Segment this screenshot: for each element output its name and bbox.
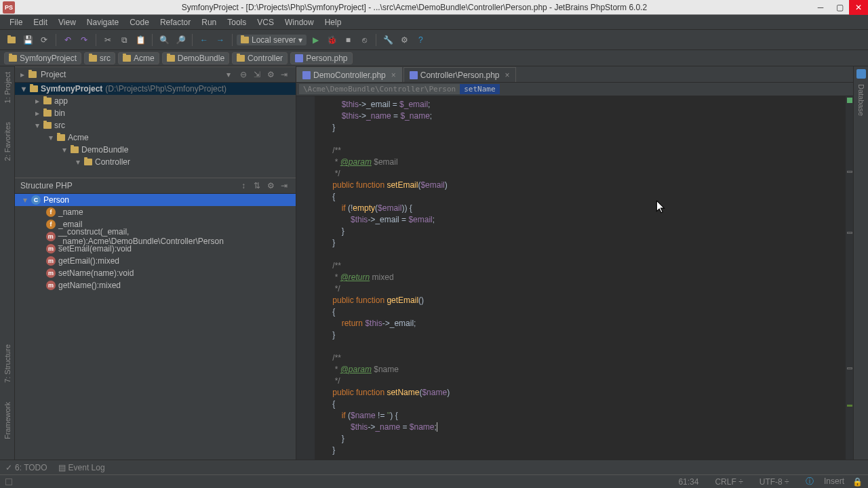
- help-icon[interactable]: ?: [413, 33, 428, 47]
- tree-folder[interactable]: ▾ Acme: [15, 131, 296, 144]
- debug-icon[interactable]: 🐞: [324, 33, 339, 47]
- chevron-down-icon[interactable]: ▾: [226, 70, 231, 79]
- breadcrumb-item[interactable]: DemoBundle: [162, 52, 229, 64]
- hide-icon[interactable]: ⇥: [278, 68, 290, 81]
- menu-window[interactable]: Window: [279, 16, 319, 28]
- run-icon[interactable]: ▶: [308, 33, 323, 47]
- tree-folder[interactable]: ▸ app: [15, 95, 296, 107]
- project-tree[interactable]: ▾ SymfonyProject (D:\Projects\Php\Symfon…: [15, 83, 296, 178]
- close-button[interactable]: ✕: [849, 0, 868, 15]
- settings-icon[interactable]: ⚙: [397, 33, 412, 47]
- folder-icon: [71, 146, 79, 153]
- attach-icon[interactable]: ⎋: [357, 33, 372, 47]
- gear-icon[interactable]: ⚙: [264, 68, 277, 81]
- filter-icon[interactable]: ⇅: [251, 180, 263, 192]
- tree-folder[interactable]: ▾ DemoBundle: [15, 144, 296, 156]
- path-segment-method[interactable]: setName: [460, 84, 499, 94]
- folder-icon: [43, 122, 52, 129]
- structure-member[interactable]: msetName(name):void: [15, 267, 296, 279]
- menu-file[interactable]: File: [4, 16, 28, 28]
- menu-code[interactable]: Code: [124, 16, 155, 28]
- status-indicator[interactable]: [5, 479, 12, 485]
- event-log-tab[interactable]: ▤ Event Log: [58, 463, 105, 472]
- path-segment[interactable]: \Acme\DemoBundle\Controller\Person: [299, 84, 460, 94]
- tool-structure-tab[interactable]: 7: Structure: [3, 342, 12, 386]
- menu-run[interactable]: Run: [196, 16, 222, 28]
- close-tab-icon[interactable]: ×: [391, 70, 396, 80]
- menu-navigate[interactable]: Navigate: [81, 16, 124, 28]
- find-icon[interactable]: 🔍: [157, 33, 172, 47]
- menu-help[interactable]: Help: [319, 16, 347, 28]
- structure-member[interactable]: mgetEmail():mixed: [15, 255, 296, 267]
- replace-icon[interactable]: 🔎: [173, 33, 188, 47]
- tree-folder[interactable]: ▾ src: [15, 119, 296, 131]
- chevron-down-icon: ▾: [298, 35, 302, 45]
- back-icon[interactable]: ←: [197, 33, 212, 47]
- tool-framework-tab[interactable]: Framework: [3, 399, 12, 442]
- breadcrumb-bar: SymfonyProjectsrcAcmeDemoBundleControlle…: [0, 50, 868, 66]
- tool-favorites-tab[interactable]: 2: Favorites: [3, 119, 12, 163]
- encoding[interactable]: UTF-8 ÷: [751, 477, 789, 487]
- menu-vcs[interactable]: VCS: [252, 16, 279, 28]
- line-separator[interactable]: CRLF ÷: [707, 477, 743, 487]
- breadcrumb-item[interactable]: src: [84, 52, 115, 64]
- menu-refactor[interactable]: Refactor: [155, 16, 196, 28]
- method-icon: m: [46, 281, 56, 290]
- cut-icon[interactable]: ✂: [100, 33, 115, 47]
- expand-icon[interactable]: ▸: [20, 70, 24, 79]
- code-content[interactable]: $this->_email = $_email; $this->_name = …: [315, 96, 845, 460]
- tree-folder[interactable]: ▸ bin: [15, 107, 296, 119]
- lock-icon[interactable]: 🔒: [852, 477, 863, 487]
- run-config-selector[interactable]: Local server ▾: [237, 35, 307, 45]
- editor-tab[interactable]: Controller\Person.php×: [403, 67, 516, 82]
- structure-class-row[interactable]: ▾ C Person: [15, 194, 296, 206]
- tools-icon[interactable]: 🔧: [380, 33, 395, 47]
- structure-panel-title: Structure PHP: [20, 181, 236, 190]
- minimize-button[interactable]: ─: [811, 0, 830, 15]
- project-root[interactable]: ▾ SymfonyProject (D:\Projects\Php\Symfon…: [15, 83, 296, 95]
- method-icon: m: [46, 268, 56, 278]
- structure-tree[interactable]: ▾ C Person f_namef_emailm__construct(_em…: [15, 194, 296, 460]
- save-icon[interactable]: 💾: [20, 33, 35, 47]
- sync-icon[interactable]: ⟳: [37, 33, 52, 47]
- sort-icon[interactable]: ↕: [237, 180, 250, 192]
- copy-icon[interactable]: ⧉: [117, 33, 132, 47]
- breadcrumb-item[interactable]: Controller: [232, 52, 288, 64]
- tool-project-tab[interactable]: 1: Project: [3, 69, 12, 106]
- structure-panel-header: Structure PHP ↕ ⇅ ⚙ ⇥: [15, 178, 296, 194]
- error-stripe[interactable]: [845, 96, 853, 460]
- folder-icon: [43, 110, 52, 117]
- field-icon: f: [46, 207, 56, 217]
- editor-tab[interactable]: DemoController.php×: [296, 67, 402, 82]
- gear-icon[interactable]: ⚙: [264, 180, 277, 192]
- menu-tools[interactable]: Tools: [222, 16, 252, 28]
- menu-edit[interactable]: Edit: [28, 16, 53, 28]
- breadcrumb-item[interactable]: Person.php: [290, 52, 352, 64]
- stop-icon[interactable]: ■: [340, 33, 355, 47]
- paste-icon[interactable]: 📋: [133, 33, 148, 47]
- tree-folder[interactable]: ▾ Controller: [15, 156, 296, 168]
- expand-all-icon[interactable]: ⇲: [251, 68, 263, 81]
- project-panel-title: Project: [41, 70, 226, 79]
- breadcrumb-item[interactable]: Acme: [118, 52, 159, 64]
- redo-icon[interactable]: ↷: [77, 33, 92, 47]
- menu-view[interactable]: View: [53, 16, 81, 28]
- folder-icon: [237, 55, 245, 62]
- close-tab-icon[interactable]: ×: [505, 70, 509, 80]
- titlebar: PS SymfonyProject - [D:\Projects\Php\Sym…: [0, 0, 868, 15]
- database-icon[interactable]: [856, 69, 866, 79]
- editor-tabs: DemoController.php×Controller\Person.php…: [296, 66, 853, 83]
- tool-database-tab[interactable]: Database: [857, 81, 865, 119]
- todo-tab[interactable]: ✓ 6: TODO: [5, 463, 47, 472]
- forward-icon[interactable]: →: [213, 33, 228, 47]
- structure-member[interactable]: mgetName():mixed: [15, 279, 296, 291]
- breadcrumb-item[interactable]: SymfonyProject: [4, 52, 81, 64]
- collapse-icon[interactable]: ⊖: [237, 68, 250, 81]
- structure-member[interactable]: m__construct(_email, _name):Acme\DemoBun…: [15, 230, 296, 243]
- maximize-button[interactable]: ▢: [830, 0, 849, 15]
- structure-member[interactable]: f_name: [15, 206, 296, 218]
- hide-icon[interactable]: ⇥: [278, 180, 290, 192]
- open-icon[interactable]: [4, 33, 19, 47]
- folder-icon: [30, 85, 38, 92]
- undo-icon[interactable]: ↶: [60, 33, 75, 47]
